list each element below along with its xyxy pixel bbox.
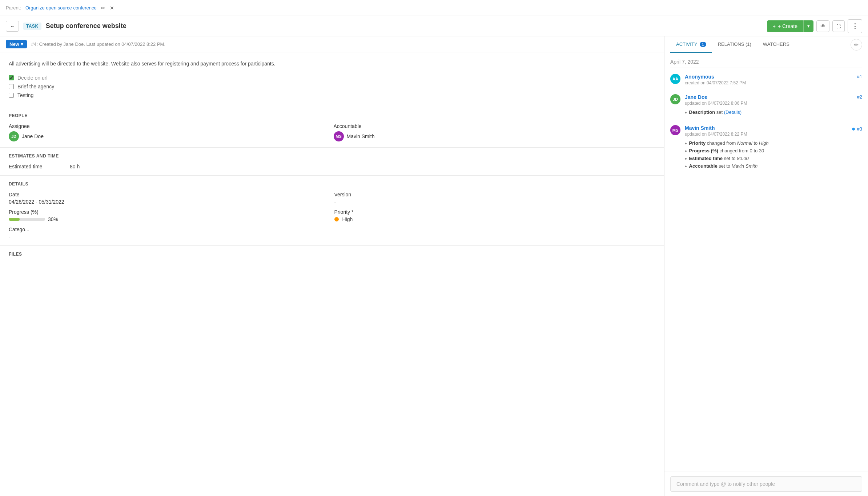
activity-header-2: Jane Doe updated on 04/07/2022 8:06 PM #…: [685, 94, 862, 106]
estimates-section: ESTIMATES AND TIME Estimated time 80 h: [0, 147, 664, 175]
tab-watchers-label: WATCHERS: [763, 41, 789, 47]
header-actions: + + Create ▾ 👁 ⛶ ⋮: [767, 19, 862, 33]
change-key-progress: Progress (%): [689, 148, 718, 153]
unread-dot-icon: ●: [852, 125, 856, 133]
activity-username-3[interactable]: Mavin Smith: [685, 125, 747, 131]
tabs-bar: ACTIVITY 1 RELATIONS (1) WATCHERS ✏: [664, 36, 868, 53]
change-accountable: • Accountable set to Mavin Smith: [685, 163, 862, 170]
progress-bar-fill: [9, 218, 20, 221]
accountable-avatar: MS: [334, 131, 344, 141]
edit-icon[interactable]: [101, 5, 105, 11]
page-title: Setup conference website: [46, 22, 763, 30]
more-options-button[interactable]: ⋮: [848, 19, 862, 33]
task-header: ← TASK Setup conference website + + Crea…: [0, 16, 868, 36]
change-text-progress: changed from: [719, 148, 750, 153]
activity-username-1[interactable]: Anonymous: [685, 74, 746, 80]
progress-percent-label: 30%: [48, 216, 58, 222]
bullet-icon: •: [685, 164, 687, 169]
activity-number-3: #3: [857, 126, 862, 132]
tab-watchers[interactable]: WATCHERS: [757, 36, 795, 53]
close-icon[interactable]: [110, 5, 114, 11]
change-text-accountable: set to: [719, 163, 731, 169]
status-meta: #4: Created by Jane Doe. Last updated on…: [31, 41, 165, 47]
date-value: 04/26/2022 - 05/31/2022: [9, 199, 330, 205]
tab-activity-label: ACTIVITY: [676, 41, 698, 47]
change-to-progress: to: [754, 148, 759, 153]
assignee-label: Assignee: [9, 123, 331, 129]
activity-toolbar: ✏: [851, 36, 862, 53]
compose-button[interactable]: ✏: [851, 39, 862, 51]
activity-number-3-container: ● #3: [852, 125, 862, 133]
accountable-value: MS Mavin Smith: [334, 131, 656, 141]
people-grid: Assignee JD Jane Doe Accountable MS Mavi…: [9, 123, 655, 141]
version-value: -: [334, 199, 656, 205]
bullet-icon: •: [685, 156, 687, 162]
plus-icon: +: [773, 23, 776, 29]
comment-input[interactable]: Comment and type @ to notify other peopl…: [670, 476, 862, 492]
details-section: DETAILS Date 04/26/2022 - 05/31/2022 Ver…: [0, 175, 664, 245]
priority-from: Normal: [737, 140, 752, 146]
change-text-priority: changed from: [707, 140, 737, 146]
accountable-field: Accountable MS Mavin Smith: [334, 123, 656, 141]
change-progress: • Progress (%) changed from 0 to 30: [685, 147, 862, 155]
more-icon: ⋮: [852, 23, 858, 30]
parent-link[interactable]: Organize open source conference: [25, 5, 97, 11]
bullet-icon: •: [685, 148, 687, 154]
assignee-avatar: JD: [9, 131, 19, 141]
create-dropdown-button[interactable]: ▾: [803, 20, 813, 32]
create-button-group: + + Create ▾: [767, 20, 813, 32]
change-key-accountable: Accountable: [689, 163, 718, 169]
checklist-label-0: Decide on url: [17, 75, 48, 81]
checklist-item: Brief the agency: [9, 82, 655, 91]
activity-item-2: JD Jane Doe updated on 04/07/2022 8:06 P…: [670, 94, 862, 116]
estimated-time-label: Estimated time: [9, 164, 67, 169]
esttime-val: 80.00: [737, 156, 749, 161]
change-text-esttime: set to: [724, 156, 737, 161]
progress-bar-bg: [9, 218, 45, 221]
details-link[interactable]: (Details): [724, 109, 742, 115]
files-section: FILES: [0, 245, 664, 268]
activity-time-3: updated on 04/07/2022 8:22 PM: [685, 132, 747, 137]
progress-field: Progress (%) 30%: [9, 209, 330, 222]
eye-icon: 👁: [820, 23, 825, 29]
checklist-checkbox-2[interactable]: [9, 93, 14, 98]
chevron-down-icon: ▾: [807, 23, 810, 29]
details-grid: Date 04/26/2022 - 05/31/2022 Version - P…: [9, 192, 655, 240]
checklist-label-2: Testing: [17, 92, 33, 98]
accountable-name: Mavin Smith: [347, 133, 375, 139]
tab-activity[interactable]: ACTIVITY 1: [670, 36, 712, 53]
status-badge[interactable]: New ▾: [6, 40, 27, 48]
activity-username-2[interactable]: Jane Doe: [685, 94, 747, 100]
description-text: All advertising will be directed to the …: [9, 60, 655, 68]
status-label: New: [9, 41, 19, 47]
files-section-title: FILES: [9, 252, 655, 257]
create-button[interactable]: + + Create: [767, 20, 803, 32]
change-esttime: • Estimated time set to 80.00: [685, 155, 862, 163]
back-button[interactable]: ←: [6, 21, 19, 32]
category-value: -: [9, 234, 330, 240]
comment-box: Comment and type @ to notify other peopl…: [664, 472, 868, 496]
status-bar: New ▾ #4: Created by Jane Doe. Last upda…: [0, 36, 664, 52]
progress-to: 30: [759, 148, 764, 153]
assignee-field: Assignee JD Jane Doe: [9, 123, 331, 141]
parent-label: Parent:: [6, 5, 21, 11]
priority-to: High: [759, 140, 769, 146]
activity-number-1: #1: [857, 74, 862, 79]
task-label: TASK: [23, 23, 41, 30]
checklist-label-1: Brief the agency: [17, 84, 54, 89]
version-field: Version -: [334, 192, 656, 205]
tab-relations-label: RELATIONS (1): [718, 41, 751, 47]
priority-text: High: [342, 216, 353, 222]
progress-value: 30%: [9, 216, 330, 222]
checklist-checkbox-0[interactable]: [9, 75, 14, 80]
tab-relations[interactable]: RELATIONS (1): [712, 36, 757, 53]
back-arrow-icon: ←: [10, 23, 15, 29]
assignee-value: JD Jane Doe: [9, 131, 331, 141]
activity-item-3: MS Mavin Smith updated on 04/07/2022 8:2…: [670, 125, 862, 170]
estimates-section-title: ESTIMATES AND TIME: [9, 153, 655, 159]
checklist-checkbox-1[interactable]: [9, 84, 14, 89]
activity-header-3: Mavin Smith updated on 04/07/2022 8:22 P…: [685, 125, 862, 137]
expand-button[interactable]: ⛶: [832, 20, 845, 32]
activity-time-2: updated on 04/07/2022 8:06 PM: [685, 101, 747, 106]
eye-button[interactable]: 👁: [816, 20, 829, 32]
